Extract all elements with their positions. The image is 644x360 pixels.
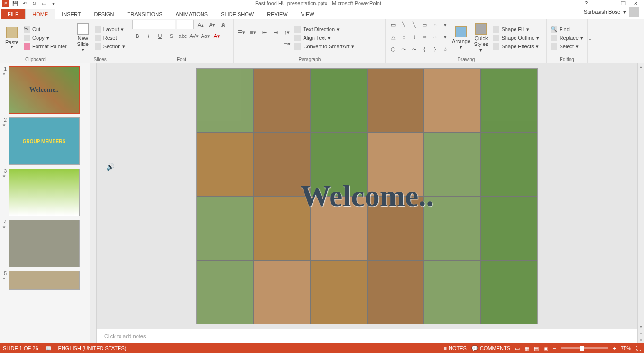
language-status[interactable]: ENGLISH (UNITED STATES) — [58, 345, 127, 351]
thumbnail-3[interactable]: 3★ — [1, 169, 89, 216]
clear-formatting-icon[interactable]: A̷ — [219, 20, 228, 29]
shadow-button[interactable]: abc — [178, 31, 187, 41]
scroll-down-icon[interactable]: ▼ — [638, 324, 644, 330]
sorter-view-icon[interactable]: ▦ — [524, 345, 529, 351]
tab-slideshow[interactable]: SLIDE SHOW — [214, 9, 260, 19]
numbering-button[interactable]: ≡▾ — [248, 27, 258, 37]
find-button[interactable]: 🔍Find — [550, 26, 584, 33]
spellcheck-icon[interactable]: 📖 — [45, 345, 52, 351]
bold-button[interactable]: B — [132, 31, 142, 41]
shape-rectangle-icon[interactable]: ▭ — [388, 20, 398, 29]
convert-smartart-button[interactable]: Convert to SmartArt ▾ — [294, 43, 355, 50]
slideshow-view-icon[interactable]: ▣ — [543, 345, 548, 351]
account-menu[interactable]: Sarbasish Bose ▾ — [579, 5, 644, 19]
tab-review[interactable]: REVIEW — [260, 9, 294, 19]
thumbnail-slide-2[interactable]: GROUP MEMBERS — [9, 117, 80, 165]
italic-button[interactable]: I — [144, 31, 153, 41]
zoom-out-icon[interactable]: − — [553, 345, 556, 351]
shape-outline-button[interactable]: Shape Outline ▾ — [492, 34, 540, 42]
align-right-button[interactable]: ≡ — [259, 39, 269, 48]
thumbnail-slide-5[interactable] — [9, 271, 80, 290]
thumbnail-panel[interactable]: 1★ Welcome.. 2★ GROUP MEMBERS 3★ 4★ 5★ — [0, 63, 90, 343]
shape-brace-icon[interactable]: { — [420, 45, 429, 54]
slide-counter[interactable]: SLIDE 1 OF 26 — [3, 345, 38, 351]
shape-more-icon[interactable]: ▾ — [441, 20, 450, 29]
tab-insert[interactable]: INSERT — [55, 9, 87, 19]
new-slide-button[interactable]: New Slide▾ — [74, 20, 92, 56]
slide-canvas[interactable]: 🔊 Welcome.. — [97, 63, 637, 329]
shape-scroll-icon[interactable]: ▾ — [441, 32, 450, 42]
thumbnail-1[interactable]: 1★ Welcome.. — [1, 66, 89, 114]
scroll-up-icon[interactable]: ▲ — [638, 63, 644, 70]
shape-arrow2-icon[interactable]: ⇧ — [409, 32, 419, 42]
shape-fill-button[interactable]: Shape Fill ▾ — [492, 26, 540, 33]
quick-styles-button[interactable]: Quick Styles▾ — [472, 20, 490, 56]
select-button[interactable]: Select ▾ — [550, 43, 584, 50]
align-text-button[interactable]: Align Text ▾ — [294, 34, 355, 42]
zoom-handle[interactable] — [580, 346, 584, 351]
notes-toggle[interactable]: ≡NOTES — [444, 345, 467, 351]
redo-icon[interactable]: ↻ — [30, 0, 38, 7]
decrease-font-icon[interactable]: A▾ — [207, 20, 217, 29]
format-painter-button[interactable]: Format Painter — [23, 43, 68, 50]
thumbnail-2[interactable]: 2★ GROUP MEMBERS — [1, 117, 89, 165]
tab-transitions[interactable]: TRANSITIONS — [121, 9, 169, 19]
shape-line-icon[interactable]: ╲ — [399, 20, 408, 29]
thumbnail-5[interactable]: 5★ — [1, 271, 89, 290]
char-spacing-button[interactable]: AV▾ — [189, 31, 199, 41]
shape-star-icon[interactable]: ☆ — [441, 45, 450, 54]
prev-slide-icon[interactable]: ≡ — [638, 330, 644, 337]
comments-toggle[interactable]: 💬COMMENTS — [471, 345, 510, 351]
shape-oval-icon[interactable]: ○ — [430, 20, 440, 29]
font-size-input[interactable] — [177, 20, 194, 29]
shapes-gallery[interactable]: ▭ ╲ ╲ ▭ ○ ▾ △ ↕ ⇧ ⇨ ↔ ▾ ⬡ 〜 〜 { } ☆ — [388, 20, 450, 56]
fit-to-window-icon[interactable]: ⛶ — [636, 345, 641, 351]
font-family-input[interactable] — [132, 20, 175, 29]
shape-curve-icon[interactable]: 〜 — [399, 45, 408, 54]
decrease-indent-button[interactable]: ⇤ — [259, 27, 269, 37]
font-color-button[interactable]: A▾ — [212, 31, 221, 41]
next-slide-icon[interactable]: ≡ — [638, 337, 644, 343]
columns-button[interactable]: ▭▾ — [282, 39, 292, 48]
slide-content[interactable]: Welcome.. — [196, 68, 538, 324]
replace-button[interactable]: Replace ▾ — [550, 34, 584, 42]
bullets-button[interactable]: ☰▾ — [237, 27, 246, 37]
thumbnail-4[interactable]: 4★ — [1, 220, 89, 267]
zoom-in-icon[interactable]: + — [613, 345, 616, 351]
thumbnail-slide-4[interactable] — [9, 220, 80, 267]
shape-effects-button[interactable]: Shape Effects ▾ — [492, 43, 540, 50]
arrange-button[interactable]: Arrange▾ — [452, 20, 470, 56]
increase-font-icon[interactable]: A▴ — [196, 20, 205, 29]
tab-design[interactable]: DESIGN — [87, 9, 120, 19]
shape-line2-icon[interactable]: ╲ — [409, 20, 419, 29]
thumbnail-slide-1[interactable]: Welcome.. — [9, 66, 80, 114]
line-spacing-button[interactable]: ↕▾ — [282, 27, 292, 37]
tab-file[interactable]: FILE — [1, 9, 25, 19]
vertical-scrollbar[interactable]: ▲ ▼ ≡ ≡ — [637, 63, 644, 343]
zoom-level[interactable]: 75% — [621, 345, 631, 351]
zoom-slider[interactable] — [561, 347, 608, 349]
save-icon[interactable]: 💾 — [11, 0, 19, 7]
align-left-button[interactable]: ≡ — [237, 39, 246, 48]
underline-button[interactable]: U — [155, 31, 165, 41]
thumbnail-slide-3[interactable] — [9, 169, 80, 216]
start-from-beginning-icon[interactable]: ▭ — [40, 0, 47, 7]
cut-button[interactable]: ✂Cut — [23, 26, 68, 33]
increase-indent-button[interactable]: ⇥ — [271, 27, 280, 37]
shape-arrow3-icon[interactable]: ⇨ — [420, 32, 429, 42]
notes-pane[interactable]: Click to add notes — [97, 329, 637, 343]
tab-view[interactable]: VIEW — [294, 9, 321, 19]
shape-hex-icon[interactable]: ⬡ — [388, 45, 398, 54]
paste-button[interactable]: Paste ▾ — [3, 20, 21, 56]
reading-view-icon[interactable]: ▤ — [534, 345, 539, 351]
tab-home[interactable]: HOME — [25, 9, 55, 19]
shape-arrow-icon[interactable]: ↕ — [399, 32, 408, 42]
powerpoint-icon[interactable]: P — [2, 0, 9, 7]
tab-animations[interactable]: ANIMATIONS — [169, 9, 215, 19]
shape-arrow4-icon[interactable]: ↔ — [430, 32, 440, 42]
strikethrough-button[interactable]: S — [166, 31, 176, 41]
scroll-track[interactable] — [638, 70, 644, 324]
layout-button[interactable]: Layout ▾ — [94, 26, 127, 33]
section-button[interactable]: Section ▾ — [94, 43, 127, 50]
normal-view-icon[interactable]: ▭ — [515, 345, 520, 351]
